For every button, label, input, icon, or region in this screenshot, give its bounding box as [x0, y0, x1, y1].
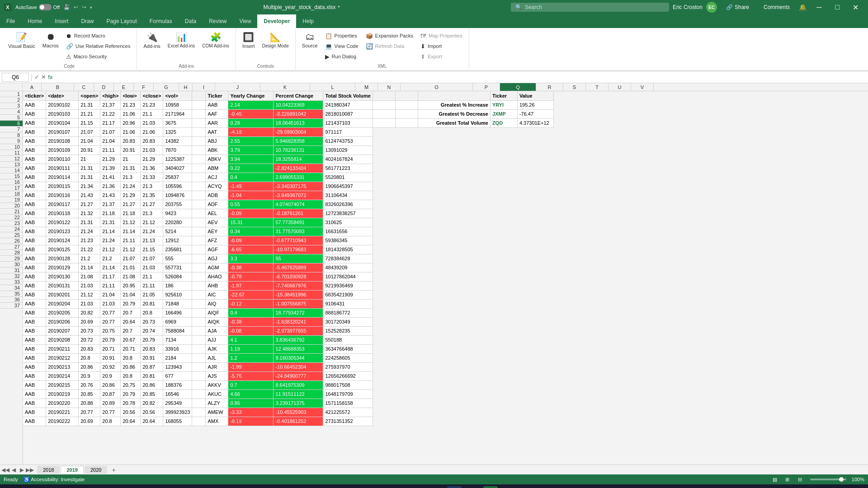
- cell-G34[interactable]: 16546: [163, 389, 192, 399]
- cell-H32[interactable]: [192, 371, 206, 380]
- cell-B22[interactable]: 20190131: [46, 281, 79, 290]
- cell-H36[interactable]: [192, 408, 206, 417]
- cell-H18[interactable]: [192, 245, 206, 254]
- cell-P4[interactable]: ZQD: [490, 118, 517, 127]
- cell-J12[interactable]: -1.04: [228, 191, 274, 200]
- row-header-30[interactable]: 30: [0, 262, 23, 267]
- cell-L13[interactable]: 8326026396: [323, 200, 373, 209]
- cell-L11[interactable]: 1906645397: [323, 182, 373, 191]
- close-button[interactable]: ✕: [846, 0, 864, 14]
- row-header-21[interactable]: 21: [0, 209, 23, 215]
- cell-G15[interactable]: 220280: [163, 218, 192, 227]
- row-header-12[interactable]: 12: [0, 156, 23, 162]
- tab-help[interactable]: Help: [296, 14, 320, 28]
- autosave-toggle[interactable]: AutoSave Off: [15, 4, 60, 10]
- row-header-16[interactable]: 16: [0, 179, 23, 185]
- cell-I1[interactable]: Ticker: [206, 91, 228, 100]
- cell-N4[interactable]: [395, 118, 418, 127]
- cell-K14[interactable]: -0.18761261: [274, 209, 323, 218]
- cell-A10[interactable]: AAB: [23, 173, 46, 182]
- cell-K37[interactable]: -0.401861252: [274, 417, 323, 426]
- cell-D27[interactable]: 20.75: [100, 326, 121, 335]
- cell-L33[interactable]: 988017508: [323, 380, 373, 389]
- cell-I31[interactable]: AJR: [206, 362, 228, 371]
- col-header-l[interactable]: L: [310, 83, 355, 91]
- cell-I12[interactable]: ADB: [206, 191, 228, 200]
- cell-G13[interactable]: 203755: [163, 200, 192, 209]
- row-header-14[interactable]: 14: [0, 168, 23, 174]
- cell-D19[interactable]: 21.2: [100, 254, 121, 263]
- cell-K22[interactable]: -7.740667976: [274, 281, 323, 290]
- col-header-u[interactable]: U: [609, 83, 631, 91]
- cell-J36[interactable]: -3.33: [228, 408, 274, 417]
- cell-J13[interactable]: 0.55: [228, 200, 274, 209]
- map-properties-button[interactable]: 🗺 Map Properties: [418, 31, 465, 41]
- cell-C13[interactable]: 21.27: [79, 200, 100, 209]
- cell-A4[interactable]: AAB: [23, 118, 46, 127]
- cell-G9[interactable]: 3404027: [163, 164, 192, 173]
- cell-L15[interactable]: 310625: [323, 218, 373, 227]
- cell-G16[interactable]: 5214: [163, 227, 192, 236]
- cell-L16[interactable]: 16631656: [323, 227, 373, 236]
- cell-D3[interactable]: 21.22: [100, 109, 121, 118]
- normal-view-button[interactable]: ▤: [770, 475, 779, 484]
- cell-N2[interactable]: [395, 100, 418, 109]
- cell-G22[interactable]: 186: [163, 281, 192, 290]
- cell-A31[interactable]: AAB: [23, 362, 46, 371]
- cell-C2[interactable]: 21.31: [79, 100, 100, 109]
- cell-J29[interactable]: 1.19: [228, 344, 274, 353]
- cell-D7[interactable]: 21.11: [100, 145, 121, 155]
- cell-E18[interactable]: 21.12: [121, 245, 141, 254]
- visual-basic-button[interactable]: 📝 Visual Basic: [5, 30, 38, 51]
- row-header-24[interactable]: 24: [0, 226, 23, 232]
- sheet-tab-2019[interactable]: 2019: [61, 466, 83, 474]
- cell-J14[interactable]: -0.09: [228, 209, 274, 218]
- row-header-31[interactable]: 31: [0, 267, 23, 273]
- cell-I9[interactable]: ABM: [206, 164, 228, 173]
- col-header-e[interactable]: E: [114, 83, 134, 91]
- cell-F26[interactable]: 20.73: [141, 317, 163, 326]
- cell-D24[interactable]: 21.03: [100, 299, 121, 308]
- cell-F9[interactable]: 21.36: [141, 164, 163, 173]
- cell-I5[interactable]: AAT: [206, 127, 228, 136]
- cell-L3[interactable]: 2818010087: [323, 109, 373, 118]
- cell-H14[interactable]: [192, 209, 206, 218]
- cell-P1[interactable]: Ticker: [490, 91, 517, 100]
- cell-E14[interactable]: 21.18: [121, 209, 141, 218]
- cell-C7[interactable]: 20.91: [79, 145, 100, 155]
- cell-K16[interactable]: 31.77570093: [274, 227, 323, 236]
- col-header-c[interactable]: C: [74, 83, 94, 91]
- cell-A3[interactable]: AAB: [23, 109, 46, 118]
- cell-G30[interactable]: 2184: [163, 353, 192, 362]
- cell-B36[interactable]: 20190221: [46, 408, 79, 417]
- taskbar-explorer-icon[interactable]: 📁: [447, 486, 462, 488]
- cell-I34[interactable]: AKUC: [206, 389, 228, 399]
- cell-D20[interactable]: 21.14: [100, 263, 121, 272]
- cell-D30[interactable]: 20.91: [100, 353, 121, 362]
- cell-F15[interactable]: 21.12: [141, 218, 163, 227]
- cell-A25[interactable]: AAB: [23, 308, 46, 317]
- cell-K6[interactable]: 5.946828358: [274, 136, 323, 145]
- cell-C23[interactable]: 21.12: [79, 290, 100, 299]
- cell-H37[interactable]: [192, 417, 206, 426]
- cell-E24[interactable]: 20.79: [121, 299, 141, 308]
- cell-B35[interactable]: 20190220: [46, 399, 79, 408]
- cell-I11[interactable]: ACYQ: [206, 182, 228, 191]
- macros-button[interactable]: ⏺ Macros: [40, 30, 61, 50]
- cell-B2[interactable]: 20190102: [46, 100, 79, 109]
- cell-C11[interactable]: 21.34: [79, 182, 100, 191]
- cell-F28[interactable]: 20.79: [141, 335, 163, 344]
- row-header-19[interactable]: 19: [0, 197, 23, 203]
- cell-F11[interactable]: 21.3: [141, 182, 163, 191]
- col-header-r[interactable]: R: [536, 83, 563, 91]
- row-header-9[interactable]: 9: [0, 138, 23, 144]
- cell-K34[interactable]: 11.91511122: [274, 389, 323, 399]
- cell-G36[interactable]: 399923923: [163, 408, 192, 417]
- cell-B27[interactable]: 20190207: [46, 326, 79, 335]
- cell-K15[interactable]: 57.77358491: [274, 218, 323, 227]
- cell-D22[interactable]: 21.11: [100, 281, 121, 290]
- cell-K11[interactable]: -3.340307175: [274, 182, 323, 191]
- cell-E1[interactable]: <low>: [121, 91, 141, 100]
- cell-E36[interactable]: 20.56: [121, 408, 141, 417]
- cell-L14[interactable]: 12723838257: [323, 209, 373, 218]
